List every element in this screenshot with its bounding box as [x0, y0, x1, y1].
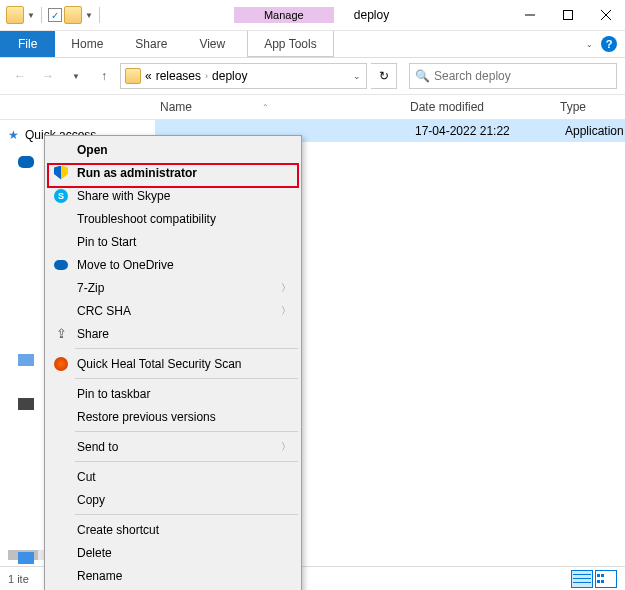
item-count: 1 ite [8, 573, 29, 585]
shield-icon [54, 166, 68, 180]
view-tab[interactable]: View [183, 31, 241, 57]
file-type: Application [565, 124, 624, 138]
sidebar-icons-obscured [18, 156, 34, 564]
submenu-arrow-icon: 〉 [281, 440, 291, 454]
menu-share[interactable]: ⇪Share [47, 322, 299, 345]
menu-move-onedrive[interactable]: Move to OneDrive [47, 253, 299, 276]
search-input[interactable] [434, 69, 616, 83]
breadcrumb-item[interactable]: releases [152, 69, 205, 83]
menu-share-skype[interactable]: SShare with Skype [47, 184, 299, 207]
recent-dropdown-icon[interactable]: ▼ [64, 64, 88, 88]
menu-quickheal-scan[interactable]: Quick Heal Total Security Scan [47, 352, 299, 375]
onedrive-icon [54, 260, 68, 270]
navigation-bar: ← → ▼ ↑ « releases › deploy ⌄ ↻ 🔍 [0, 58, 625, 94]
menu-create-shortcut[interactable]: Create shortcut [47, 518, 299, 541]
menu-send-to[interactable]: Send to〉 [47, 435, 299, 458]
breadcrumb-prefix[interactable]: « [145, 69, 152, 83]
search-icon: 🔍 [410, 69, 434, 83]
window-title: deploy [354, 8, 389, 22]
star-icon: ★ [8, 128, 19, 142]
menu-crc-sha[interactable]: CRC SHA〉 [47, 299, 299, 322]
folder-icon [125, 68, 141, 84]
large-icons-button[interactable] [595, 570, 617, 588]
share-icon: ⇪ [53, 326, 69, 342]
submenu-arrow-icon: 〉 [281, 304, 291, 318]
minimize-button[interactable] [511, 1, 549, 29]
menu-copy[interactable]: Copy [47, 488, 299, 511]
expand-ribbon-icon[interactable]: ⌄ [586, 40, 593, 49]
svg-rect-1 [564, 11, 573, 20]
quickheal-icon [54, 357, 68, 371]
up-button[interactable]: ↑ [92, 64, 116, 88]
column-date[interactable]: Date modified [410, 100, 560, 114]
title-bar: ▼ ✓ ▼ Manage deploy [0, 0, 625, 31]
column-headers: Name⌃ Date modified Type [0, 94, 625, 120]
menu-troubleshoot[interactable]: Troubleshoot compatibility [47, 207, 299, 230]
menu-rename[interactable]: Rename [47, 564, 299, 587]
ribbon-tabs: File Home Share View App Tools ⌄ ? [0, 31, 625, 58]
column-type[interactable]: Type [560, 100, 586, 114]
file-tab[interactable]: File [0, 31, 55, 57]
menu-restore-versions[interactable]: Restore previous versions [47, 405, 299, 428]
help-icon[interactable]: ? [601, 36, 617, 52]
menu-pin-taskbar[interactable]: Pin to taskbar [47, 382, 299, 405]
menu-open[interactable]: Open [47, 138, 299, 161]
breadcrumb-item[interactable]: deploy [208, 69, 251, 83]
submenu-arrow-icon: 〉 [281, 281, 291, 295]
file-date: 17-04-2022 21:22 [415, 124, 510, 138]
qat-dropdown-icon[interactable]: ▼ [27, 11, 35, 20]
menu-7zip[interactable]: 7-Zip〉 [47, 276, 299, 299]
qat-dropdown-icon[interactable]: ▼ [85, 11, 93, 20]
back-button[interactable]: ← [8, 64, 32, 88]
menu-run-as-administrator[interactable]: Run as administrator [47, 161, 299, 184]
context-tab-manage[interactable]: Manage [234, 7, 334, 23]
folder-icon[interactable] [6, 6, 24, 24]
address-bar[interactable]: « releases › deploy ⌄ [120, 63, 367, 89]
forward-button[interactable]: → [36, 64, 60, 88]
menu-cut[interactable]: Cut [47, 465, 299, 488]
maximize-button[interactable] [549, 1, 587, 29]
share-tab[interactable]: Share [119, 31, 183, 57]
skype-icon: S [54, 189, 68, 203]
properties-checkbox-icon[interactable]: ✓ [48, 8, 62, 22]
folder-icon[interactable] [64, 6, 82, 24]
details-view-button[interactable] [571, 570, 593, 588]
app-tools-tab[interactable]: App Tools [247, 31, 333, 57]
home-tab[interactable]: Home [55, 31, 119, 57]
sort-asc-icon: ⌃ [262, 103, 269, 112]
close-button[interactable] [587, 1, 625, 29]
column-name[interactable]: Name⌃ [160, 100, 410, 114]
quick-access-toolbar: ▼ ✓ ▼ [0, 6, 104, 24]
context-menu: Open Run as administrator SShare with Sk… [44, 135, 302, 590]
address-dropdown-icon[interactable]: ⌄ [348, 71, 366, 81]
menu-pin-to-start[interactable]: Pin to Start [47, 230, 299, 253]
menu-delete[interactable]: Delete [47, 541, 299, 564]
search-box[interactable]: 🔍 [409, 63, 617, 89]
refresh-button[interactable]: ↻ [371, 63, 397, 89]
